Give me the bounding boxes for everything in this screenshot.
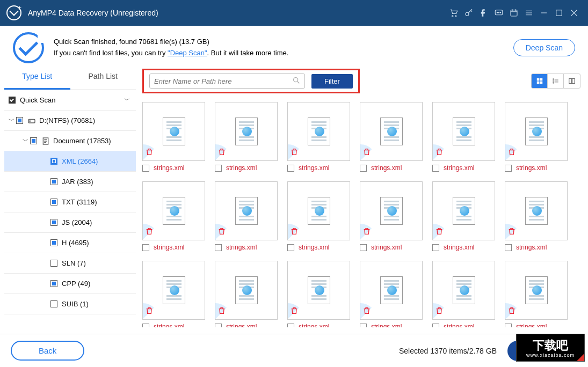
checkbox-icon[interactable] xyxy=(50,280,57,287)
file-checkbox[interactable] xyxy=(287,324,294,328)
tree-drive[interactable]: ﹀ D:(NTFS) (70681) xyxy=(4,111,136,131)
tree-document[interactable]: ﹀ Document (17853) xyxy=(4,131,136,151)
file-checkbox[interactable] xyxy=(360,244,367,251)
close-icon[interactable] xyxy=(567,5,582,20)
checkbox-icon[interactable] xyxy=(30,137,37,144)
file-thumbnail[interactable] xyxy=(432,102,495,161)
file-card[interactable]: strings.xml xyxy=(360,181,423,251)
file-card[interactable]: strings.xml xyxy=(215,102,278,172)
file-card[interactable]: strings.xml xyxy=(142,261,205,327)
file-thumbnail[interactable] xyxy=(287,102,350,161)
file-thumbnail[interactable] xyxy=(215,261,278,320)
file-card[interactable]: strings.xml xyxy=(360,102,423,172)
file-thumbnail[interactable] xyxy=(142,261,205,320)
file-thumbnail[interactable] xyxy=(287,181,350,240)
file-checkbox[interactable] xyxy=(287,165,294,172)
file-card[interactable]: strings.xml xyxy=(287,261,350,327)
key-icon[interactable] xyxy=(461,5,476,20)
checkbox-icon[interactable] xyxy=(50,239,57,246)
cart-icon[interactable] xyxy=(446,5,461,20)
tree-item[interactable]: CPP (49) xyxy=(4,274,136,294)
file-thumbnail[interactable] xyxy=(432,261,495,320)
menu-icon[interactable] xyxy=(521,5,536,20)
tree-item[interactable]: TXT (3119) xyxy=(4,192,136,212)
file-card[interactable]: strings.xml xyxy=(142,181,205,251)
feedback-icon[interactable] xyxy=(491,5,506,20)
file-thumbnail[interactable] xyxy=(360,102,423,161)
tab-type-list[interactable]: Type List xyxy=(4,64,70,90)
file-checkbox[interactable] xyxy=(432,165,439,172)
tree-item[interactable]: SLN (7) xyxy=(4,253,136,274)
checkbox-icon[interactable] xyxy=(50,158,57,165)
trash-icon xyxy=(435,306,444,317)
maximize-icon[interactable] xyxy=(551,5,567,20)
checkbox-icon[interactable] xyxy=(50,178,57,185)
file-card[interactable]: strings.xml xyxy=(432,181,495,251)
view-detail-button[interactable] xyxy=(564,74,580,88)
file-thumbnail[interactable] xyxy=(142,102,205,161)
file-thumbnail[interactable] xyxy=(215,102,278,161)
file-checkbox[interactable] xyxy=(215,165,222,172)
file-checkbox[interactable] xyxy=(215,324,222,328)
file-checkbox[interactable] xyxy=(142,324,149,328)
checkbox-icon[interactable] xyxy=(16,117,23,124)
view-grid-button[interactable] xyxy=(532,74,548,88)
file-checkbox[interactable] xyxy=(432,244,439,251)
view-list-button[interactable] xyxy=(548,74,564,88)
checkbox-icon[interactable] xyxy=(9,97,16,104)
file-checkbox[interactable] xyxy=(142,165,149,172)
tree-item[interactable]: H (4695) xyxy=(4,233,136,253)
search-input[interactable] xyxy=(149,74,305,89)
tree-quick-scan[interactable]: Quick Scan ﹀ xyxy=(4,90,136,111)
file-card[interactable]: strings.xml xyxy=(215,261,278,327)
file-card[interactable]: strings.xml xyxy=(432,261,495,327)
file-card[interactable]: strings.xml xyxy=(142,102,205,172)
search-icon[interactable] xyxy=(292,76,301,87)
chevron-down-icon[interactable]: ﹀ xyxy=(9,116,16,124)
tab-path-list[interactable]: Path List xyxy=(70,64,136,90)
chevron-down-icon[interactable]: ﹀ xyxy=(23,137,30,145)
file-thumbnail[interactable] xyxy=(360,261,423,320)
facebook-icon[interactable] xyxy=(476,5,491,20)
checkbox-icon[interactable] xyxy=(50,260,57,267)
tree-item[interactable]: JAR (383) xyxy=(4,172,136,192)
history-icon[interactable] xyxy=(506,5,521,20)
file-thumbnail[interactable] xyxy=(505,261,568,320)
tree-item[interactable]: JS (2004) xyxy=(4,212,136,233)
file-checkbox[interactable] xyxy=(360,165,367,172)
checkbox-icon[interactable] xyxy=(50,199,57,205)
deep-scan-link[interactable]: "Deep Scan" xyxy=(168,49,207,57)
file-checkbox[interactable] xyxy=(432,324,439,328)
filter-button[interactable]: Filter xyxy=(311,74,353,89)
file-thumbnail[interactable] xyxy=(215,181,278,240)
checkbox-icon[interactable] xyxy=(50,300,57,307)
file-card[interactable]: strings.xml xyxy=(360,261,423,327)
file-checkbox[interactable] xyxy=(505,244,512,251)
file-checkbox[interactable] xyxy=(287,244,294,251)
tree-item[interactable]: XML (2664) xyxy=(4,151,136,172)
deep-scan-button[interactable]: Deep Scan xyxy=(513,39,575,56)
file-thumbnail[interactable] xyxy=(142,181,205,240)
file-card[interactable]: strings.xml xyxy=(505,261,568,327)
file-checkbox[interactable] xyxy=(142,244,149,251)
file-thumbnail[interactable] xyxy=(505,102,568,161)
file-thumbnail[interactable] xyxy=(432,181,495,240)
file-checkbox[interactable] xyxy=(505,324,512,328)
file-card[interactable]: strings.xml xyxy=(287,102,350,172)
file-checkbox[interactable] xyxy=(215,244,222,251)
checkbox-icon[interactable] xyxy=(50,219,57,226)
minimize-icon[interactable] xyxy=(536,5,551,20)
tree-item[interactable]: SUIB (1) xyxy=(4,294,136,314)
back-button[interactable]: Back xyxy=(11,341,84,361)
file-card[interactable]: strings.xml xyxy=(505,181,568,251)
file-card[interactable]: strings.xml xyxy=(215,181,278,251)
file-checkbox[interactable] xyxy=(360,324,367,328)
file-card[interactable]: strings.xml xyxy=(287,181,350,251)
file-thumbnail[interactable] xyxy=(360,181,423,240)
file-checkbox[interactable] xyxy=(505,165,512,172)
file-thumbnail[interactable] xyxy=(505,181,568,240)
file-thumbnail[interactable] xyxy=(287,261,350,320)
file-card[interactable]: strings.xml xyxy=(432,102,495,172)
file-card[interactable]: strings.xml xyxy=(505,102,568,172)
chevron-down-icon[interactable]: ﹀ xyxy=(124,96,132,104)
